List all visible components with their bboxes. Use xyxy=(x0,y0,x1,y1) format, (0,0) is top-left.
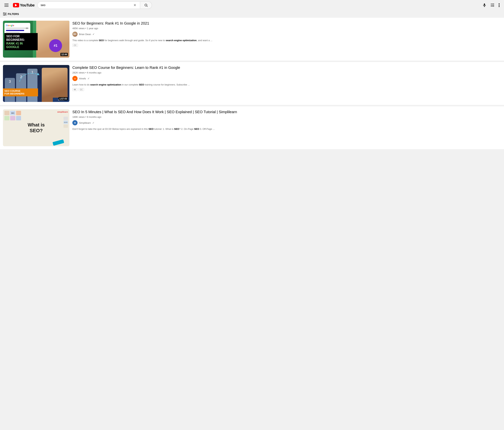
channel-name-2[interactable]: Ahrefs xyxy=(79,77,86,80)
verified-icon-3: ✓ xyxy=(92,121,95,124)
thumbnail-3[interactable]: SEO simplilearn What isSEO? ahrefs xyxy=(3,109,69,146)
video-title-2[interactable]: Complete SEO Course for Beginners: Learn… xyxy=(72,65,501,70)
svg-point-13 xyxy=(4,15,5,16)
result-card: Google ← SEO FORBEGINNERS:RANK #1 IN GOO… xyxy=(0,18,504,61)
microphone-button[interactable] xyxy=(481,2,488,9)
video-meta-3: 189K views • 9 months ago xyxy=(72,116,501,118)
channel-avatar-2[interactable]: a xyxy=(72,76,78,81)
badge-row-1: CC xyxy=(72,44,501,47)
filters-label: FILTERS xyxy=(8,13,19,16)
svg-point-5 xyxy=(499,3,500,4)
course-banner: SEO COURSEFOR BEGINNERS xyxy=(3,89,38,96)
results-container: Google ← SEO FORBEGINNERS:RANK #1 IN GOO… xyxy=(0,18,504,155)
channel-row-2: a Ahrefs ✓ xyxy=(72,76,501,81)
search-bar: ✕ xyxy=(37,1,152,9)
4k-badge: 4K xyxy=(72,88,77,91)
duration-badge-2: 1:57:03 xyxy=(59,97,68,100)
cc-badge-2: CC xyxy=(79,88,84,91)
channel-name-1[interactable]: Brian Dean xyxy=(79,33,91,36)
video-desc-2: Learn how to do search engine optimizati… xyxy=(72,83,501,87)
channel-avatar-1[interactable]: BD xyxy=(72,32,78,37)
grid-dots-icon xyxy=(491,3,494,7)
thumbnail-1-text: SEO FORBEGINNERS:RANK #1 IN GOOGLE xyxy=(4,33,38,50)
video-desc-1: This video is a complete SEO for beginne… xyxy=(72,39,501,42)
video-info-1: SEO for Beginners: Rank #1 In Google in … xyxy=(72,21,501,47)
svg-rect-2 xyxy=(484,3,485,6)
video-info-3: SEO In 5 Minutes | What Is SEO And How D… xyxy=(72,109,501,131)
video-title-1[interactable]: SEO for Beginners: Rank #1 In Google in … xyxy=(72,21,501,26)
search-button[interactable] xyxy=(140,1,152,9)
microphone-icon xyxy=(482,3,486,7)
thumbnail-1[interactable]: Google ← SEO FORBEGINNERS:RANK #1 IN GOO… xyxy=(3,21,69,58)
channel-name-3[interactable]: Simplilearn xyxy=(79,122,91,124)
simplilearn-logo-thumb: simplilearn xyxy=(57,111,68,113)
svg-point-7 xyxy=(499,6,500,7)
video-meta-2: 282K views • 4 months ago xyxy=(72,71,501,74)
grid-apps-button[interactable] xyxy=(489,2,496,8)
video-info-2: Complete SEO Course for Beginners: Learn… xyxy=(72,65,501,91)
badge-row-2: 4K CC xyxy=(72,88,501,91)
channel-row-1: BD Brian Dean ✓ xyxy=(72,32,501,37)
svg-marker-14 xyxy=(36,73,39,75)
logo-text: YouTube xyxy=(20,3,35,7)
youtube-logo-icon xyxy=(13,3,19,7)
cc-badge-1: CC xyxy=(72,44,78,47)
channel-row-3: H Simplilearn ✓ xyxy=(72,120,501,125)
search-icon xyxy=(144,3,148,7)
rank-badge: #1 xyxy=(49,39,62,52)
duration-badge-1: 12:44 xyxy=(60,53,68,56)
svg-point-0 xyxy=(145,4,147,6)
video-title-3[interactable]: SEO In 5 Minutes | What Is SEO And How D… xyxy=(72,109,501,115)
video-meta-1: 485K views • 1 year ago xyxy=(72,27,501,30)
search-input[interactable] xyxy=(41,3,133,7)
filters-button[interactable]: FILTERS xyxy=(3,13,19,16)
video-desc-3: Don't forget to take the quiz at 03:33! … xyxy=(72,127,501,131)
svg-point-11 xyxy=(3,13,4,13)
search-input-wrap: ✕ xyxy=(37,1,140,9)
search-clear-button[interactable]: ✕ xyxy=(133,2,137,8)
verified-icon-2: ✓ xyxy=(88,77,90,80)
hamburger-menu-button[interactable] xyxy=(3,2,10,8)
result-card-3: SEO simplilearn What isSEO? ahrefs xyxy=(0,106,504,149)
channel-avatar-3[interactable]: H xyxy=(72,120,78,125)
thumbnail-3-main-text: What isSEO? xyxy=(9,122,63,134)
filters-bar: FILTERS xyxy=(0,10,504,18)
youtube-logo[interactable]: YouTube xyxy=(13,3,35,7)
more-options-icon xyxy=(499,3,500,7)
header-left: YouTube xyxy=(3,2,35,8)
svg-point-12 xyxy=(5,14,6,14)
result-card-2: 3 2 1 SEO COURSEFOR BEGINNERS tsh xyxy=(0,62,504,105)
thumbnail-2[interactable]: 3 2 1 SEO COURSEFOR BEGINNERS tsh xyxy=(3,65,69,102)
svg-line-1 xyxy=(147,6,147,7)
svg-point-6 xyxy=(499,5,500,6)
verified-icon-1: ✓ xyxy=(92,33,95,36)
more-options-button[interactable] xyxy=(497,2,501,9)
filter-icon xyxy=(3,13,7,16)
header: YouTube ✕ xyxy=(0,0,504,10)
header-right xyxy=(481,2,501,9)
